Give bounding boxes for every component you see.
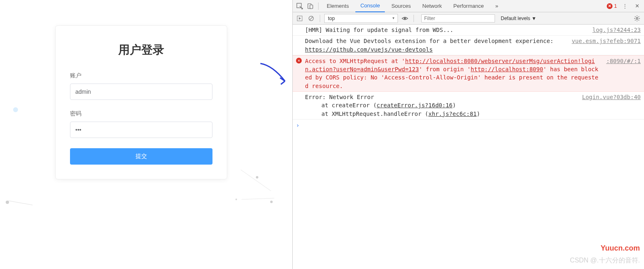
watermark: Yuucn.com [601,244,640,253]
submit-button[interactable]: 提交 [70,148,212,165]
bg-dot [6,201,9,204]
live-expression-icon[interactable] [400,14,409,23]
bg-line [8,201,32,205]
source-link[interactable]: :8090/#/:1 [600,57,641,90]
bg-line [242,198,274,200]
settings-gear-icon[interactable] [633,14,642,23]
svg-point-7 [636,17,638,19]
bg-dot [270,201,273,203]
console-error-row: ✕ Access to XMLHttpRequest at 'http://lo… [293,55,644,92]
svg-line-5 [310,17,313,20]
console-log-row: [HMR] Waiting for update signal from WDS… [293,25,644,36]
source-link[interactable]: log.js?4244:23 [586,26,641,34]
source-link[interactable]: Login.vue?03db:40 [576,93,641,118]
error-text: Error: Network Error at createError (cre… [305,93,576,118]
account-input[interactable] [70,84,212,100]
tab-elements[interactable]: Elements [322,0,354,12]
tab-console[interactable]: Console [355,0,385,12]
error-count-badge[interactable]: ✕ 1 [607,3,617,9]
password-input[interactable] [70,122,212,138]
tab-network[interactable]: Network [418,0,447,12]
error-icon: ✕ [607,3,612,9]
svg-rect-2 [310,5,313,9]
inspect-icon[interactable] [295,2,304,11]
login-card: 用户登录 账户 密码 提交 [55,25,227,179]
log-text: [HMR] Waiting for update signal from WDS… [305,26,586,34]
bg-dot [13,107,18,112]
kebab-menu-icon[interactable]: ⋮ [620,2,629,11]
error-text: Access to XMLHttpRequest at 'http://loca… [305,57,600,90]
bg-dot [235,199,237,200]
source-link[interactable]: vue.esm.js?efeb:9071 [565,37,641,54]
close-icon[interactable]: ✕ [633,2,642,11]
tab-sources[interactable]: Sources [386,0,416,12]
console-error-row: Error: Network Error at createError (cre… [293,92,644,120]
stack-link[interactable]: xhr.js?ec6c:81 [428,111,477,117]
separator [320,15,320,22]
clear-console-icon[interactable] [307,14,316,23]
bg-line [241,170,271,191]
log-text: Download the Vue Devtools extension for … [305,37,565,54]
password-label: 密码 [70,110,212,118]
console-body[interactable]: [HMR] Waiting for update signal from WDS… [293,25,644,131]
watermark: CSDN @.十六分的音符. [570,256,640,265]
devtools-panel: Elements Console Sources Network Perform… [292,0,644,269]
context-selector[interactable]: top [324,14,398,23]
error-count: 1 [614,3,617,9]
separator [318,2,319,10]
svg-point-6 [404,17,406,19]
app-page: 用户登录 账户 密码 提交 [0,0,292,269]
filter-input[interactable] [421,14,495,23]
console-toolbar: top Default levels ▼ [293,12,644,25]
console-prompt[interactable]: › [293,120,644,131]
login-title: 用户登录 [70,42,212,58]
external-link[interactable]: https://github.com/vuejs/vue-devtools [305,46,433,53]
account-label: 账户 [70,72,212,79]
tab-more[interactable]: » [490,0,503,12]
error-icon: ✕ [296,58,302,63]
device-toggle-icon[interactable] [306,2,315,11]
devtools-tabstrip: Elements Console Sources Network Perform… [293,0,644,12]
play-icon[interactable] [295,14,304,23]
origin-url-link[interactable]: http://localhost:8090 [471,66,543,72]
tab-performance[interactable]: Performance [448,0,488,12]
separator [414,15,414,22]
stack-link[interactable]: createError.js?16d0:16 [377,102,452,109]
log-levels-select[interactable]: Default levels ▼ [501,16,536,21]
context-value: top [328,16,335,21]
bg-dot [256,176,258,179]
console-log-row: Download the Vue Devtools extension for … [293,36,644,55]
